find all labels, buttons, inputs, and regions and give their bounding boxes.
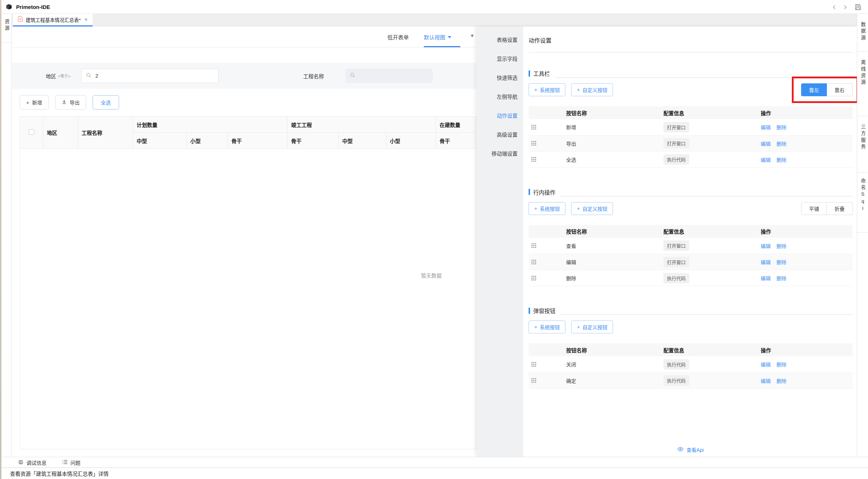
inline-buttons-table: 按钮名称 配置信息 操作 查看 打开窗口 编辑删除 编辑 打开窗口 编辑删除	[529, 225, 853, 287]
fold-button[interactable]: 折叠	[827, 202, 853, 215]
settings-nav-action-settings[interactable]: 动作设置	[476, 106, 523, 125]
settings-nav-left-nav[interactable]: 左侧导航	[476, 87, 523, 106]
tab-title: 建筑工程基本情况汇总表*	[26, 16, 81, 23]
tab-summary-sheet[interactable]: 建筑工程基本情况汇总表* ×	[13, 14, 93, 26]
tile-button[interactable]: 平铺	[801, 202, 827, 215]
toolbar-buttons-table: 按钮名称 配置信息 操作 新增 打开窗口 编辑删除 导出 打开窗口 编辑删除	[529, 106, 853, 168]
table-row: 删除 执行代码 编辑删除	[529, 270, 853, 286]
delete-link[interactable]: 删除	[776, 141, 786, 147]
rail-item-resources[interactable]: 资源	[1, 14, 11, 43]
close-icon[interactable]: ×	[84, 17, 88, 23]
add-record-button[interactable]: + 新增	[20, 95, 49, 109]
plus-icon: +	[534, 206, 537, 211]
plus-icon: +	[26, 99, 29, 106]
subcol-medium: 中型	[339, 133, 386, 149]
delete-link[interactable]: 删除	[776, 124, 786, 130]
add-custom-button[interactable]: + 自定义按钮	[571, 83, 613, 96]
drag-handle-icon[interactable]	[531, 141, 536, 146]
delete-link[interactable]: 删除	[776, 243, 786, 249]
align-left-button[interactable]: 靠左	[801, 83, 827, 96]
settings-content: 动作设置 工具栏 + 系统按钮 + 自定义按钮 靠左 靠右	[523, 26, 857, 457]
drag-handle-icon[interactable]	[531, 276, 536, 280]
edit-link[interactable]: 编辑	[761, 157, 771, 163]
config-tag: 执行代码	[663, 273, 689, 283]
tab-lowcode-form[interactable]: 低开表单	[387, 33, 409, 41]
project-filter-input[interactable]	[345, 69, 433, 83]
table-row: 新增 打开窗口 编辑删除	[529, 119, 853, 135]
popup-buttons-table: 按钮名称 配置信息 操作 关闭 执行代码 编辑删除 确定 执行代码 编辑删除	[529, 343, 853, 389]
save-icon[interactable]	[854, 3, 862, 11]
delete-link[interactable]: 删除	[776, 362, 786, 367]
config-tag: 执行代码	[663, 375, 689, 386]
table-row: 编辑 打开窗口 编辑删除	[529, 254, 853, 270]
edit-link[interactable]: 编辑	[761, 124, 771, 130]
rail-item-named-sql[interactable]: 命名Sql	[857, 172, 868, 233]
edit-link[interactable]: 编辑	[761, 141, 771, 147]
header-checkbox-cell	[20, 117, 43, 149]
add-system-button[interactable]: + 系统按钮	[529, 321, 565, 333]
cfg-col-name: 按钮名称	[566, 225, 663, 238]
config-tag: 执行代码	[663, 154, 689, 165]
group-header-completed-works: 竣工工程	[288, 117, 436, 133]
debug-info-button[interactable]: 调试信息	[18, 459, 46, 466]
plus-icon: +	[577, 87, 580, 93]
section-header-inline-ops: 行内操作	[529, 188, 853, 196]
settings-nav-display-fields[interactable]: 显示字段	[476, 49, 523, 68]
drag-handle-icon[interactable]	[531, 157, 536, 162]
download-icon	[62, 99, 67, 106]
subcol-backbone: 骨干	[288, 133, 339, 149]
settings-nav: 表格设置 显示字段 快速筛选 左侧导航 动作设置 高级设置 移动端设置	[476, 26, 523, 457]
delete-link[interactable]: 删除	[776, 378, 786, 384]
settings-nav-mobile[interactable]: 移动端设置	[476, 144, 523, 163]
align-right-button[interactable]: 靠右	[827, 83, 853, 96]
history-forward-icon[interactable]	[841, 3, 849, 11]
tab-default-view[interactable]: 默认视图	[424, 33, 451, 41]
app-title: Primeton-IDE	[16, 4, 50, 10]
view-api-link[interactable]: 查看Api	[529, 446, 853, 453]
empty-placeholder: 暂无数据	[421, 272, 442, 279]
add-system-button[interactable]: + 系统按钮	[529, 83, 565, 96]
drag-handle-icon[interactable]	[531, 260, 536, 264]
edit-link[interactable]: 编辑	[761, 243, 771, 249]
left-rail: 资源	[1, 14, 12, 457]
drag-handle-icon[interactable]	[531, 362, 536, 367]
edit-link[interactable]: 编辑	[761, 275, 771, 281]
select-all-button[interactable]: 全选	[93, 95, 119, 109]
inline-add-row: + 系统按钮 + 自定义按钮 平铺 折叠	[529, 202, 853, 215]
drag-handle-icon[interactable]	[531, 243, 536, 248]
delete-link[interactable]: 删除	[776, 259, 786, 265]
export-button[interactable]: 导出	[55, 95, 86, 109]
section-accent-bar	[529, 189, 530, 195]
rail-item-datasource[interactable]: 数据源	[857, 14, 868, 52]
panel-divider	[529, 52, 853, 53]
region-filter-operator: <等于>	[58, 73, 70, 79]
edit-link[interactable]: 编辑	[761, 362, 771, 367]
rail-item-offline-resources[interactable]: 离线资源	[857, 52, 868, 116]
add-custom-button[interactable]: + 自定义按钮	[571, 202, 613, 215]
plus-icon: +	[534, 87, 537, 93]
debug-bar: 调试信息 问题	[1, 457, 868, 468]
delete-link[interactable]: 删除	[776, 275, 786, 281]
add-view-button[interactable]: +	[470, 32, 474, 40]
rail-item-thirdparty-services[interactable]: 三方服务	[857, 116, 868, 172]
region-filter-input[interactable]: 2	[81, 69, 219, 83]
drag-handle-icon[interactable]	[531, 378, 536, 383]
designer-canvas: 低开表单 默认视图 + 地区 <等于> 2 工程名称 + 新增	[12, 26, 476, 457]
delete-link[interactable]: 删除	[776, 157, 786, 163]
problems-button[interactable]: 问题	[62, 459, 80, 466]
settings-nav-table-settings[interactable]: 表格设置	[476, 30, 523, 49]
table-row: 查看 打开窗口 编辑删除	[529, 238, 853, 254]
history-back-icon[interactable]	[830, 3, 838, 11]
col-header-project-name: 工程名称	[78, 117, 133, 149]
search-icon	[350, 72, 355, 79]
settings-nav-quick-filter[interactable]: 快速筛选	[476, 68, 523, 87]
select-all-checkbox[interactable]	[29, 129, 34, 135]
config-tag: 打开窗口	[663, 138, 689, 148]
settings-nav-advanced[interactable]: 高级设置	[476, 125, 523, 144]
add-custom-button[interactable]: + 自定义按钮	[571, 321, 613, 333]
drag-handle-icon[interactable]	[531, 125, 536, 129]
layout-toggle: 平铺 折叠	[801, 202, 853, 215]
edit-link[interactable]: 编辑	[761, 259, 771, 265]
edit-link[interactable]: 编辑	[761, 378, 771, 384]
add-system-button[interactable]: + 系统按钮	[529, 202, 565, 215]
